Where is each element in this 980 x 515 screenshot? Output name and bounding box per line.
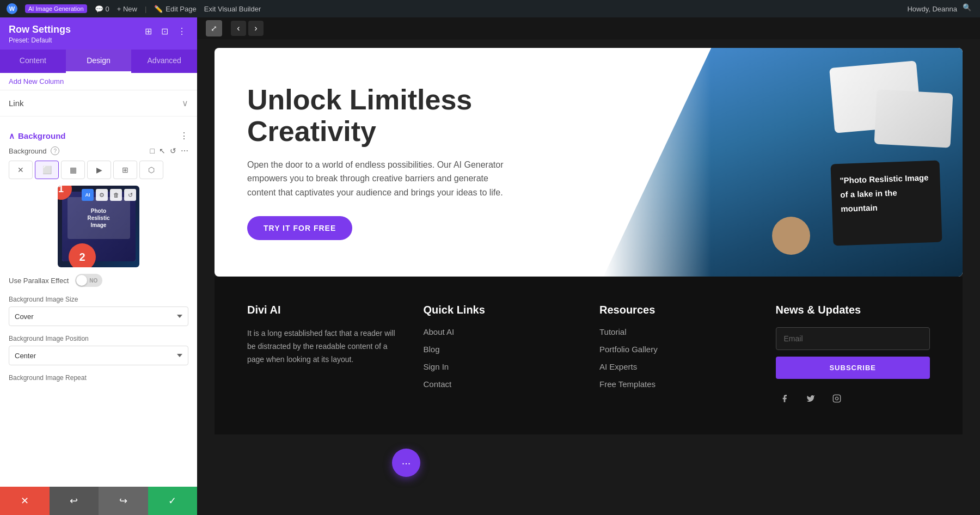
footer-col-quick-links: Quick Links About AI Blog Sign In Contac… [424, 304, 578, 407]
save-button[interactable]: ✓ [148, 487, 198, 515]
image-preview[interactable]: PhotoReslisticImage 1 2 AI ⚙ 🗑 ↺ [58, 186, 139, 267]
responsive-icon[interactable]: ⊞ [145, 26, 156, 37]
hero-section: Unlock Limitless Creativity Open the doo… [215, 48, 963, 277]
expand-icon[interactable]: ⤢ [206, 20, 222, 36]
bg-cursor-icon[interactable]: ↖ [159, 146, 166, 155]
list-item: About AI [424, 327, 578, 337]
new-post-button[interactable]: + New [117, 5, 137, 13]
subscribe-button[interactable]: SUBSCRIBE [776, 357, 930, 379]
bg-type-row: ✕ ⬜ ▦ ▶ ⊞ ⬡ [9, 161, 188, 179]
bg-type-image[interactable]: ⬜ [35, 161, 59, 179]
hero-decorative-card-2 [874, 89, 953, 148]
hero-decorative-circle [772, 217, 810, 255]
about-ai-link[interactable]: About AI [424, 327, 455, 336]
instagram-icon[interactable] [828, 390, 846, 407]
settings-overlay-icon[interactable]: ⚙ [96, 189, 108, 201]
section-more-icon[interactable]: ⋮ [180, 131, 188, 141]
bg-position-group: Background Image Position Center [9, 335, 188, 365]
list-item: Sign In [424, 362, 578, 372]
bg-type-gradient[interactable]: ▦ [61, 161, 85, 179]
hero-right: "Photo Reslistic Image of a lake in the … [603, 48, 963, 277]
admin-bar-left: W AI Image Generation 💬 0 + New | ✏️ Edi… [7, 3, 898, 14]
contact-link[interactable]: Contact [424, 379, 452, 389]
footer-email-input[interactable] [776, 327, 930, 350]
bg-label: Background [9, 147, 46, 155]
cancel-button[interactable]: ✕ [0, 487, 50, 515]
tab-content[interactable]: Content [0, 50, 66, 73]
parallax-label: Use Parallax Effect [9, 277, 69, 285]
bg-size-select[interactable]: Cover [9, 306, 188, 326]
parallax-toggle[interactable]: NO [75, 274, 102, 287]
preset-selector[interactable]: Preset: Default [9, 36, 71, 44]
list-item: Portfolio Gallery [599, 345, 754, 354]
reset-overlay-icon[interactable]: ↺ [124, 189, 136, 201]
arrow-left-button[interactable]: ‹ [231, 21, 246, 36]
bottom-toolbar: ✕ ↩ ↪ ✓ [0, 487, 197, 515]
link-section[interactable]: Link ∨ [0, 90, 197, 117]
bg-type-video[interactable]: ▶ [87, 161, 111, 179]
comment-icon: 💬 [95, 5, 103, 13]
hero-cta-button[interactable]: TRY IT FOR FREE [247, 216, 352, 240]
arrow-right-button[interactable]: › [248, 21, 264, 36]
footer-quick-links-title: Quick Links [424, 304, 578, 316]
help-icon[interactable]: ? [51, 146, 59, 155]
hero-title: Unlock Limitless Creativity [247, 84, 599, 146]
add-new-column-button[interactable]: Add New Column [0, 73, 197, 90]
ai-experts-link[interactable]: AI Experts [599, 362, 637, 371]
bg-reset-icon[interactable]: ↺ [170, 146, 176, 155]
bg-more-icon[interactable]: ⋯ [181, 146, 188, 155]
bg-type-none[interactable]: ✕ [9, 161, 33, 179]
exit-builder-link[interactable]: Exit Visual Builder [204, 5, 261, 13]
sign-in-link[interactable]: Sign In [424, 362, 449, 371]
free-templates-link[interactable]: Free Templates [599, 379, 656, 389]
bg-type-pattern[interactable]: ⊞ [113, 161, 137, 179]
row-settings-header: Row Settings Preset: Default ⊞ ⊡ ⋮ [0, 17, 197, 50]
svg-rect-0 [833, 395, 840, 402]
ai-image-generation-icon[interactable]: AI Image Generation [25, 4, 87, 13]
pencil-icon: ✏️ [154, 5, 163, 13]
row-settings-title: Row Settings [9, 24, 71, 35]
chevron-down-icon: ∨ [182, 98, 188, 108]
footer-news-title: News & Updates [776, 304, 930, 316]
main-layout: Row Settings Preset: Default ⊞ ⊡ ⋮ Conte… [0, 17, 980, 515]
list-item: Free Templates [599, 379, 754, 389]
comments-link[interactable]: 💬 0 [95, 5, 109, 13]
blog-link[interactable]: Blog [424, 345, 440, 354]
more-options-icon[interactable]: ⋮ [177, 26, 188, 37]
facebook-icon[interactable] [776, 390, 793, 407]
redo-button[interactable]: ↪ [99, 487, 148, 515]
bg-type-mask[interactable]: ⬡ [139, 161, 163, 179]
twitter-icon[interactable] [802, 390, 819, 407]
hero-decorative-card-3: "Photo Reslistic Image of a lake in the … [830, 161, 942, 246]
section-title: ∧ Background [9, 131, 66, 141]
grid-icon[interactable]: ⊡ [161, 26, 172, 37]
ai-overlay-icon[interactable]: AI [82, 189, 94, 201]
bg-position-select[interactable]: Center [9, 346, 188, 365]
edit-page-link[interactable]: ✏️ Edit Page [154, 5, 196, 13]
wordpress-icon[interactable]: W [7, 3, 17, 14]
tab-design[interactable]: Design [66, 50, 132, 73]
trash-overlay-icon[interactable]: 🗑 [110, 189, 122, 201]
parallax-toggle-row: Use Parallax Effect NO [9, 274, 188, 287]
list-item: Contact [424, 379, 578, 389]
badge-2: 2 [69, 243, 96, 267]
search-icon[interactable]: 🔍 [963, 3, 973, 14]
bg-repeat-label: Background Image Repeat [9, 374, 188, 382]
content-area: ⤢ ‹ › Unlock Limitless Creativity Open t… [197, 17, 980, 515]
bg-position-label: Background Image Position [9, 335, 188, 342]
bg-repeat-group: Background Image Repeat [9, 374, 188, 382]
bg-square-icon[interactable]: □ [150, 146, 155, 155]
sidebar: Row Settings Preset: Default ⊞ ⊡ ⋮ Conte… [0, 17, 197, 515]
footer-divi-ai-title: Divi AI [247, 304, 402, 316]
undo-button[interactable]: ↩ [50, 487, 99, 515]
portfolio-gallery-link[interactable]: Portfolio Gallery [599, 345, 658, 354]
fab-button[interactable]: ··· [392, 449, 420, 477]
howdy-label: Howdy, Deanna [907, 5, 957, 13]
footer-section: Divi AI It is a long established fact th… [215, 277, 963, 434]
footer-col-divi-ai: Divi AI It is a long established fact th… [247, 304, 402, 407]
chevron-up-icon: ∧ [9, 131, 15, 141]
footer-resources-list: Tutorial Portfolio Gallery AI Experts Fr… [599, 327, 754, 389]
tab-advanced[interactable]: Advanced [131, 50, 197, 73]
hero-subtitle: Open the door to a world of endless poss… [247, 158, 509, 200]
tutorial-link[interactable]: Tutorial [599, 327, 626, 336]
